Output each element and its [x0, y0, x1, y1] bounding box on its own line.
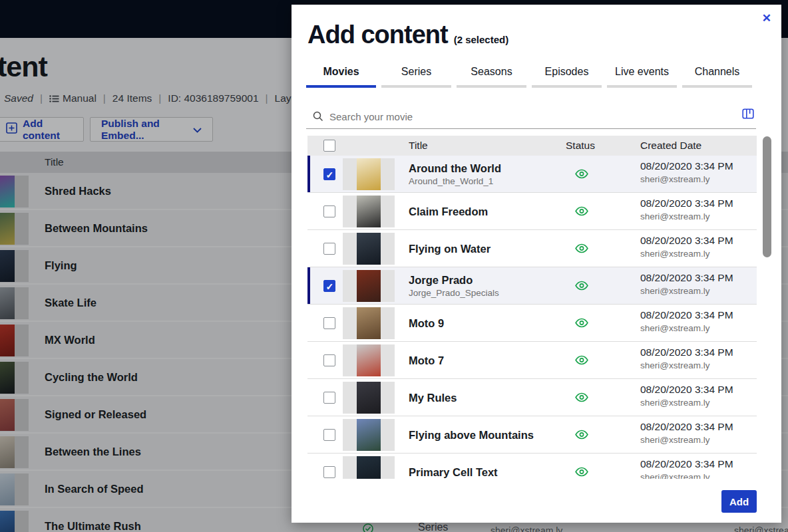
created-date: 08/20/2020 3:34 PM: [640, 235, 733, 247]
row-checkbox[interactable]: [323, 354, 335, 366]
movie-title: Moto 7: [409, 354, 562, 367]
movie-list: Around the World Around_the_World_1 08/2…: [307, 156, 757, 479]
movie-row[interactable]: Flying on Water 08/20/2020 3:34 PM sheri…: [307, 230, 757, 267]
poster-image: [357, 344, 381, 376]
poster-image: [357, 270, 381, 302]
add-content-modal: ✕ Add content (2 selected) Movies Series…: [292, 5, 781, 523]
movie-row[interactable]: My Rules 08/20/2020 3:34 PM sheri@xstrea…: [307, 379, 757, 416]
tab-seasons[interactable]: Seasons: [457, 66, 526, 88]
published-eye-icon: [574, 430, 590, 442]
tab-underline: [607, 85, 677, 88]
movie-row[interactable]: Jorge Prado Jorge_Prado_Specials 08/20/2…: [307, 267, 757, 305]
published-eye-icon: [574, 206, 590, 219]
poster-image: [357, 382, 381, 414]
movie-row[interactable]: Claim Freedom 08/20/2020 3:34 PM sheri@x…: [307, 193, 757, 230]
published-eye-icon: [574, 281, 590, 293]
movie-row[interactable]: Flying above Mountains 08/20/2020 3:34 P…: [307, 416, 757, 454]
movie-row[interactable]: Moto 7 08/20/2020 3:34 PM sheri@xstream.…: [307, 342, 757, 379]
movie-thumbnail: [343, 233, 395, 265]
tab-underline: [381, 85, 451, 88]
movie-title: Claim Freedom: [409, 205, 562, 218]
search-input[interactable]: [329, 111, 756, 122]
published-eye-icon: [574, 169, 590, 182]
movie-row[interactable]: Around the World Around_the_World_1 08/2…: [307, 156, 757, 193]
movie-thumbnail: [343, 196, 395, 227]
search-bar: [306, 104, 756, 129]
created-by-email: sheri@xstream.ly: [640, 472, 733, 479]
add-button[interactable]: Add: [721, 490, 757, 513]
movie-title: Flying above Mountains: [409, 429, 562, 442]
movie-thumbnail: [343, 307, 395, 339]
created-by-email: sheri@xstream.ly: [640, 398, 733, 408]
movie-title: Moto 9: [409, 317, 562, 330]
scrollbar-thumb[interactable]: [763, 136, 771, 257]
movie-reference-id: Jorge_Prado_Specials: [409, 288, 562, 298]
movie-thumbnail: [343, 456, 395, 479]
tab-underline: [682, 85, 752, 88]
movie-title: Around the World: [409, 162, 562, 175]
created-date: 08/20/2020 3:34 PM: [640, 458, 733, 470]
created-date: 08/20/2020 3:34 PM: [640, 384, 733, 396]
row-checkbox[interactable]: [323, 280, 335, 292]
movie-title: My Rules: [409, 392, 562, 404]
published-eye-icon: [574, 392, 590, 405]
movie-reference-id: Around_the_World_1: [409, 176, 562, 186]
movie-title: Primary Cell Text: [409, 466, 562, 479]
tab-movies[interactable]: Movies: [306, 66, 376, 88]
movie-thumbnail: [343, 158, 395, 190]
movie-row[interactable]: Moto 9 08/20/2020 3:34 PM sheri@xstream.…: [307, 305, 757, 342]
published-eye-icon: [574, 355, 590, 368]
created-by-email: sheri@xstream.ly: [640, 360, 733, 370]
created-date: 08/20/2020 3:34 PM: [640, 198, 733, 209]
published-eye-icon: [574, 243, 590, 256]
row-checkbox[interactable]: [323, 429, 335, 441]
modal-title: Add content: [307, 21, 448, 49]
row-checkbox[interactable]: [323, 466, 335, 478]
row-checkbox[interactable]: [323, 317, 335, 329]
created-by-email: sheri@xstream.ly: [640, 249, 733, 259]
created-date: 08/20/2020 3:34 PM: [640, 272, 733, 284]
poster-image: [357, 307, 381, 339]
created-date: 08/20/2020 3:34 PM: [640, 309, 733, 321]
created-date: 08/20/2020 3:34 PM: [640, 160, 733, 172]
column-settings-icon[interactable]: [742, 108, 754, 120]
tab-series[interactable]: Series: [381, 66, 451, 88]
created-by-email: sheri@xstream.ly: [640, 211, 733, 221]
movie-thumbnail: [343, 344, 395, 376]
select-all-checkbox[interactable]: [323, 140, 335, 152]
poster-image: [357, 456, 381, 479]
poster-image: [357, 233, 381, 265]
created-date: 08/20/2020 3:34 PM: [640, 346, 733, 358]
poster-image: [357, 419, 381, 451]
movie-table-header: Title Status Created Date: [307, 136, 757, 156]
movie-title: Flying on Water: [409, 243, 562, 255]
close-icon[interactable]: ✕: [762, 13, 771, 24]
tab-underline: [532, 85, 602, 88]
title-column-header: Title: [409, 140, 428, 152]
selected-count: (2 selected): [454, 34, 509, 45]
screen: tent Saved | Manual | 24 Items | ID: 403…: [0, 0, 788, 532]
movie-thumbnail: [343, 419, 395, 451]
published-eye-icon: [574, 467, 590, 479]
tab-live-events[interactable]: Live events: [607, 66, 677, 88]
modal-header: Add content (2 selected): [307, 21, 508, 49]
poster-image: [357, 158, 381, 190]
created-by-email: sheri@xstream.ly: [640, 286, 733, 296]
tab-underline: [306, 85, 376, 88]
row-checkbox[interactable]: [323, 205, 335, 217]
tab-channels[interactable]: Channels: [682, 66, 752, 88]
row-checkbox[interactable]: [323, 243, 335, 255]
created-date-column-header: Created Date: [640, 140, 701, 152]
created-by-email: sheri@xstream.ly: [640, 435, 733, 445]
created-by-email: sheri@xstream.ly: [640, 323, 733, 333]
row-checkbox[interactable]: [323, 392, 335, 404]
movie-thumbnail: [343, 270, 395, 302]
tab-underline: [457, 85, 526, 88]
status-column-header: Status: [566, 140, 595, 152]
movie-row[interactable]: Primary Cell Text 08/20/2020 3:34 PM she…: [307, 454, 757, 479]
movie-thumbnail: [343, 382, 395, 414]
created-date: 08/20/2020 3:34 PM: [640, 421, 733, 433]
content-type-tabs: Movies Series Seasons Episodes Live even…: [306, 66, 752, 88]
tab-episodes[interactable]: Episodes: [532, 66, 602, 88]
row-checkbox[interactable]: [323, 168, 335, 180]
